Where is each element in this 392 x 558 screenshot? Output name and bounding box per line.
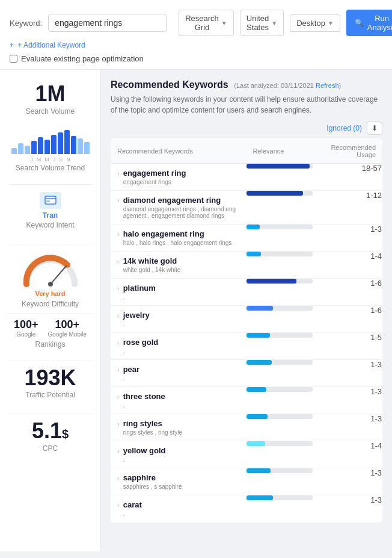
- table-row: › three stone . 1-3: [111, 387, 382, 414]
- kw-relevance-cell: [247, 441, 325, 468]
- kw-relevance-cell: [247, 191, 325, 225]
- expand-chevron[interactable]: ›: [117, 197, 120, 204]
- relevance-bar-bg: [247, 279, 313, 284]
- run-analysis-button[interactable]: 🔍 Run Analysis: [346, 10, 392, 36]
- keyword-name: jewelry: [123, 311, 241, 320]
- expand-chevron[interactable]: ›: [117, 312, 120, 319]
- expand-chevron[interactable]: ›: [117, 366, 120, 373]
- keyword-variants: white gold , 14k white: [123, 267, 241, 273]
- main-content: 1M Search Volume JMMJSN Search Volume Tr…: [0, 70, 392, 551]
- intent-value: Tran: [7, 211, 93, 220]
- keywords-table: Recommended Keywords Relevance Recommend…: [111, 138, 382, 522]
- table-controls: Ignored (0) ⬇: [111, 122, 382, 135]
- search-volume-trend-label: Search Volume Trend: [16, 164, 85, 172]
- kw-usage-cell: 1-3: [325, 360, 382, 387]
- kw-name-cell: › three stone .: [111, 387, 247, 414]
- recommended-header: Recommended Keywords (Last analyzed: 03/…: [111, 79, 382, 116]
- keyword-name: yellow gold: [123, 446, 241, 455]
- evaluate-checkbox[interactable]: [10, 55, 17, 63]
- keyword-name: halo engagement ring: [123, 229, 241, 238]
- expand-chevron[interactable]: ›: [117, 339, 120, 346]
- kw-name-cell: › 14k white gold white gold , 14k white: [111, 252, 247, 279]
- kw-usage-cell: 1-3: [325, 468, 382, 495]
- google-rank-value: 100+: [14, 318, 38, 331]
- table-row: › pear . 1-3: [111, 360, 382, 387]
- relevance-bar-fill: [247, 306, 273, 311]
- traffic-potential-value: 193K: [7, 366, 93, 390]
- expand-chevron[interactable]: ›: [117, 231, 120, 238]
- kw-name-cell: › rose gold .: [111, 333, 247, 360]
- table-row: › rose gold . 1-5: [111, 333, 382, 360]
- keyword-variants: halo , halo rings , halo engagement ring…: [123, 240, 241, 246]
- relevance-bar-bg: [247, 225, 313, 229]
- recommended-title: Recommended Keywords: [111, 79, 228, 90]
- relevance-bar-fill: [247, 360, 272, 365]
- keyword-variants: rings styles , ring style: [123, 429, 241, 436]
- keyword-variants: .: [123, 294, 241, 300]
- country-dropdown[interactable]: United States ▼: [240, 10, 284, 36]
- expand-chevron[interactable]: ›: [117, 393, 120, 400]
- kw-usage-cell: 1-3: [325, 414, 382, 441]
- device-dropdown[interactable]: Desktop ▼: [290, 14, 340, 32]
- kw-name-cell: › carat .: [111, 495, 247, 522]
- kw-relevance-cell: [247, 164, 325, 191]
- google-mobile-rank-value: 100+: [48, 318, 87, 331]
- keyword-name: three stone: [123, 392, 241, 401]
- table-row: › engagement ring engagement rings 18-57: [111, 164, 382, 191]
- kw-usage-cell: 1-6: [325, 306, 382, 333]
- keyword-variants: .: [123, 375, 241, 382]
- relevance-bar-fill: [247, 495, 273, 500]
- keyword-variants: diamond engagement rings , diamond eng a…: [123, 206, 241, 219]
- additional-keyword-link[interactable]: + + Additional Keyword: [10, 41, 382, 49]
- relevance-bar-fill: [247, 387, 266, 392]
- traffic-potential-block: 193K Traffic Potential: [7, 366, 93, 400]
- relevance-bar-bg: [247, 252, 313, 256]
- kw-name-cell: › engagement ring engagement rings: [111, 164, 247, 191]
- relevance-bar-fill: [247, 164, 310, 169]
- google-mobile-rank-label: Google Mobile: [48, 331, 87, 338]
- keyword-variants: .: [123, 402, 241, 409]
- kw-name-cell: › ring styles rings styles , ring style: [111, 414, 247, 441]
- keyword-name: engagement ring: [123, 169, 241, 178]
- kw-usage-cell: 1-3: [325, 387, 382, 414]
- top-bar: Keyword: Research Grid ▼ United States ▼…: [0, 0, 392, 70]
- expand-chevron[interactable]: ›: [117, 447, 120, 454]
- kw-relevance-cell: [247, 225, 325, 252]
- evaluate-row: Evaluate existing page optimization: [10, 54, 382, 63]
- chevron-down-icon: ▼: [328, 20, 334, 26]
- keyword-variants: .: [123, 321, 241, 327]
- kw-usage-cell: 1-4: [325, 441, 382, 468]
- sidebar: 1M Search Volume JMMJSN Search Volume Tr…: [0, 70, 101, 551]
- kw-relevance-cell: [247, 468, 325, 495]
- relevance-bar-bg: [247, 306, 313, 311]
- evaluate-label: Evaluate existing page optimization: [21, 54, 144, 63]
- last-analyzed: (Last analyzed: 03/11/2021 Refresh): [234, 82, 341, 89]
- keyword-variants: engagement rings: [123, 179, 241, 185]
- refresh-link[interactable]: Refresh: [316, 82, 339, 89]
- kw-usage-cell: 1-3: [325, 495, 382, 522]
- download-button[interactable]: ⬇: [367, 122, 382, 135]
- keyword-name: diamond engagement ring: [123, 196, 241, 205]
- expand-chevron[interactable]: ›: [117, 474, 120, 482]
- expand-chevron[interactable]: ›: [117, 285, 120, 292]
- expand-chevron[interactable]: ›: [117, 501, 120, 509]
- kw-name-cell: › jewelry .: [111, 306, 247, 333]
- kw-name-cell: › platinum .: [111, 279, 247, 306]
- expand-chevron[interactable]: ›: [117, 420, 120, 427]
- cpc-value: 5.1$: [7, 419, 93, 443]
- cpc-label: CPC: [7, 444, 93, 453]
- relevance-bar-bg: [247, 164, 313, 169]
- kw-name-cell: › diamond engagement ring diamond engage…: [111, 191, 247, 225]
- keyword-name: rose gold: [123, 338, 241, 347]
- ignored-button[interactable]: Ignored (0): [326, 124, 362, 132]
- research-grid-dropdown[interactable]: Research Grid ▼: [179, 10, 234, 36]
- kw-name-cell: › sapphire sapphires , s sapphire: [111, 468, 247, 495]
- relevance-bar-fill: [247, 279, 296, 284]
- expand-chevron[interactable]: ›: [117, 170, 120, 177]
- expand-chevron[interactable]: ›: [117, 258, 120, 265]
- keyword-variants: .: [123, 510, 241, 517]
- relevance-bar-fill: [247, 414, 268, 419]
- kw-usage-cell: 1-4: [325, 252, 382, 279]
- keyword-input[interactable]: [48, 14, 167, 32]
- keyword-name: platinum: [123, 284, 241, 293]
